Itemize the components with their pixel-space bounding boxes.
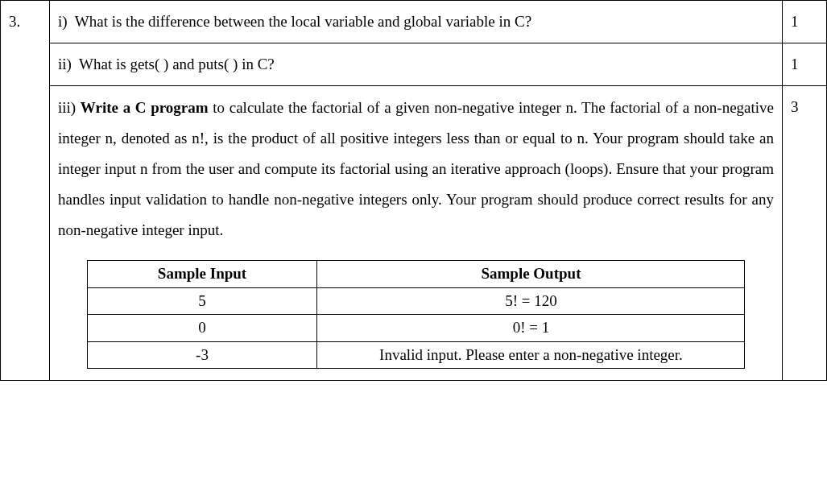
part-ii-text: What is gets( ) and puts( ) in C?	[79, 56, 275, 72]
part-iii-row: iii) Write a C program to calculate the …	[1, 86, 827, 381]
sample-output-cell: Invalid input. Please enter a non-negati…	[317, 341, 745, 369]
sample-output-cell: 5! = 120	[317, 287, 745, 315]
table-row: -3 Invalid input. Please enter a non-neg…	[87, 341, 745, 369]
part-i-text: What is the difference between the local…	[75, 13, 531, 30]
part-i-row: 3. i) What is the difference between the…	[1, 1, 827, 43]
sample-header-row: Sample Input Sample Output	[87, 261, 745, 288]
part-iii-bold-lead: Write a C program	[81, 99, 209, 116]
sample-input-cell: 0	[87, 315, 317, 342]
question-table: 3. i) What is the difference between the…	[0, 0, 827, 381]
exam-question-block: 3. i) What is the difference between the…	[0, 0, 827, 381]
part-ii-cell: ii) What is gets( ) and puts( ) in C?	[50, 43, 783, 86]
sample-input-header: Sample Input	[87, 261, 317, 288]
sample-output-header: Sample Output	[317, 261, 745, 288]
part-ii-marks: 1	[783, 43, 827, 86]
part-i-label: i)	[58, 13, 68, 30]
sample-input-cell: -3	[87, 341, 317, 369]
part-iii-label: iii)	[58, 99, 76, 116]
part-iii-rest: to calculate the factorial of a given no…	[58, 99, 774, 238]
sample-io-table: Sample Input Sample Output 5 5! = 120 0 …	[87, 260, 746, 369]
table-row: 5 5! = 120	[87, 287, 745, 315]
question-number: 3.	[9, 13, 20, 30]
part-ii-label: ii)	[58, 56, 72, 72]
sample-output-cell: 0! = 1	[317, 315, 745, 342]
part-iii-marks: 3	[783, 86, 827, 381]
part-i-marks: 1	[783, 1, 827, 43]
sample-input-cell: 5	[87, 287, 317, 315]
part-i-cell: i) What is the difference between the lo…	[50, 1, 783, 43]
part-iii-body: iii) Write a C program to calculate the …	[58, 93, 774, 246]
table-row: 0 0! = 1	[87, 315, 745, 342]
question-number-cell: 3.	[1, 1, 50, 381]
part-iii-cell: iii) Write a C program to calculate the …	[50, 86, 783, 381]
part-ii-row: ii) What is gets( ) and puts( ) in C? 1	[1, 43, 827, 86]
